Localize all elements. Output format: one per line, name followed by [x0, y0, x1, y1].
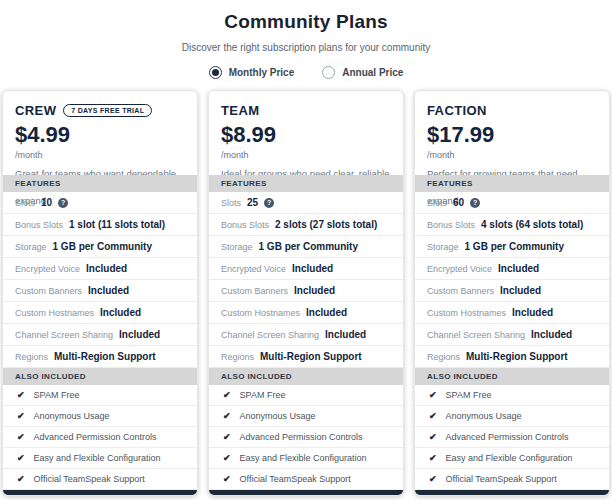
plan-header: FACTION $17.99 /month Perfect for growin… — [415, 91, 609, 175]
plan-name: CREW — [15, 103, 56, 118]
included-row: ✔ Official TeamSpeak Support — [209, 469, 403, 490]
billing-option-annual[interactable]: Annual Price — [322, 66, 403, 79]
check-icon: ✔ — [223, 474, 231, 484]
features-band: FEATURES — [415, 175, 609, 192]
billing-option-annual-label: Annual Price — [342, 67, 403, 78]
feature-value: 10 — [41, 197, 52, 208]
check-icon: ✔ — [223, 453, 231, 463]
feature-label: Custom Banners — [221, 286, 288, 296]
feature-label: Encrypted Voice — [427, 264, 492, 274]
subscribe-button[interactable]: Subscribe — [3, 490, 197, 496]
feature-value: Included — [325, 329, 366, 340]
included-label: Advanced Permission Controls — [34, 432, 157, 442]
feature-label: Channel Screen Sharing — [221, 330, 319, 340]
feature-value: 4 slots (64 slots total) — [481, 219, 583, 230]
feature-label: Custom Hostnames — [221, 308, 300, 318]
feature-row: Bonus Slots 2 slots (27 slots total) ? — [209, 214, 403, 236]
plan-name: FACTION — [427, 103, 487, 118]
included-row: ✔ SPAM Free — [415, 385, 609, 406]
plan-name-row: CREW 7 DAYS FREE TRIAL — [15, 103, 185, 118]
feature-row: Channel Screen Sharing Included ? — [3, 324, 197, 346]
radio-annual-icon[interactable] — [322, 66, 335, 79]
plan-card: CREW 7 DAYS FREE TRIAL $4.99 /month Grea… — [2, 90, 198, 496]
included-row: ✔ Anonymous Usage — [415, 406, 609, 427]
check-icon: ✔ — [17, 474, 25, 484]
feature-row: Custom Hostnames Included ? — [209, 302, 403, 324]
included-row: ✔ Anonymous Usage — [3, 406, 197, 427]
feature-label: Slots — [221, 198, 241, 208]
feature-value: Included — [306, 307, 347, 318]
included-label: Easy and Flexible Configuration — [446, 453, 573, 463]
check-icon: ✔ — [223, 432, 231, 442]
feature-label: Regions — [15, 352, 48, 362]
feature-value: 25 — [247, 197, 258, 208]
plan-card: TEAM $8.99 /month Ideal for groups who n… — [208, 90, 404, 496]
included-row: ✔ Anonymous Usage — [209, 406, 403, 427]
feature-label: Channel Screen Sharing — [427, 330, 525, 340]
plan-period: /month — [221, 150, 391, 160]
feature-label: Slots — [15, 198, 35, 208]
plans-container: CREW 7 DAYS FREE TRIAL $4.99 /month Grea… — [0, 90, 612, 496]
included-row: ✔ Easy and Flexible Configuration — [415, 448, 609, 469]
included-label: Advanced Permission Controls — [240, 432, 363, 442]
feature-row: Custom Banners Included ? — [3, 280, 197, 302]
plan-price: $4.99 — [15, 122, 185, 148]
feature-label: Regions — [427, 352, 460, 362]
feature-row: Custom Banners Included ? — [209, 280, 403, 302]
feature-row: Storage 1 GB per Community ? — [209, 236, 403, 258]
check-icon: ✔ — [17, 453, 25, 463]
included-row: ✔ SPAM Free — [3, 385, 197, 406]
page-header: Community Plans Discover the right subsc… — [0, 0, 612, 79]
check-icon: ✔ — [223, 411, 231, 421]
also-included-band: ALSO INCLUDED — [3, 368, 197, 385]
feature-row: Regions Multi-Region Support ? — [3, 346, 197, 368]
billing-option-monthly-label: Monthly Price — [229, 67, 295, 78]
check-icon: ✔ — [17, 411, 25, 421]
feature-label: Bonus Slots — [15, 220, 63, 230]
feature-list: Slots 60 ? Bonus Slots 4 slots (64 slots… — [415, 192, 609, 368]
included-row: ✔ SPAM Free — [209, 385, 403, 406]
feature-value: Multi-Region Support — [54, 351, 156, 362]
feature-value: Included — [294, 285, 335, 296]
check-icon: ✔ — [223, 390, 231, 400]
check-icon: ✔ — [429, 411, 437, 421]
billing-option-monthly[interactable]: Monthly Price — [209, 66, 295, 79]
plan-price: $8.99 — [221, 122, 391, 148]
feature-label: Custom Banners — [427, 286, 494, 296]
check-icon: ✔ — [429, 390, 437, 400]
also-included-band: ALSO INCLUDED — [415, 368, 609, 385]
plan-name-row: FACTION — [427, 103, 597, 118]
feature-row: Regions Multi-Region Support ? — [415, 346, 609, 368]
radio-monthly-icon[interactable] — [209, 66, 222, 79]
help-icon[interactable]: ? — [264, 198, 274, 208]
page-subtitle: Discover the right subscription plans fo… — [0, 42, 612, 53]
feature-label: Custom Hostnames — [427, 308, 506, 318]
included-list: ✔ SPAM Free ✔ Anonymous Usage ✔ Advanced… — [3, 385, 197, 490]
help-icon[interactable]: ? — [470, 198, 480, 208]
feature-label: Encrypted Voice — [15, 264, 80, 274]
plan-name: TEAM — [221, 103, 259, 118]
subscribe-button[interactable]: Subscribe — [415, 490, 609, 496]
included-row: ✔ Advanced Permission Controls — [3, 427, 197, 448]
check-icon: ✔ — [17, 390, 25, 400]
included-label: Easy and Flexible Configuration — [34, 453, 161, 463]
feature-value: Included — [531, 329, 572, 340]
included-row: ✔ Advanced Permission Controls — [209, 427, 403, 448]
included-label: Easy and Flexible Configuration — [240, 453, 367, 463]
feature-value: 1 GB per Community — [53, 241, 152, 252]
feature-row: Encrypted Voice Included ? — [415, 258, 609, 280]
feature-label: Slots — [427, 198, 447, 208]
feature-row: Bonus Slots 1 slot (11 slots total) ? — [3, 214, 197, 236]
feature-row: Channel Screen Sharing Included ? — [415, 324, 609, 346]
plan-period: /month — [427, 150, 597, 160]
included-label: Anonymous Usage — [446, 411, 522, 421]
help-icon[interactable]: ? — [58, 198, 68, 208]
subscribe-button[interactable]: Subscribe — [209, 490, 403, 496]
feature-row: Encrypted Voice Included ? — [209, 258, 403, 280]
check-icon: ✔ — [17, 432, 25, 442]
feature-row: Slots 60 ? — [415, 192, 609, 214]
plan-card: FACTION $17.99 /month Perfect for growin… — [414, 90, 610, 496]
included-row: ✔ Easy and Flexible Configuration — [209, 448, 403, 469]
feature-value: 1 GB per Community — [465, 241, 564, 252]
included-label: Official TeamSpeak Support — [240, 474, 351, 484]
